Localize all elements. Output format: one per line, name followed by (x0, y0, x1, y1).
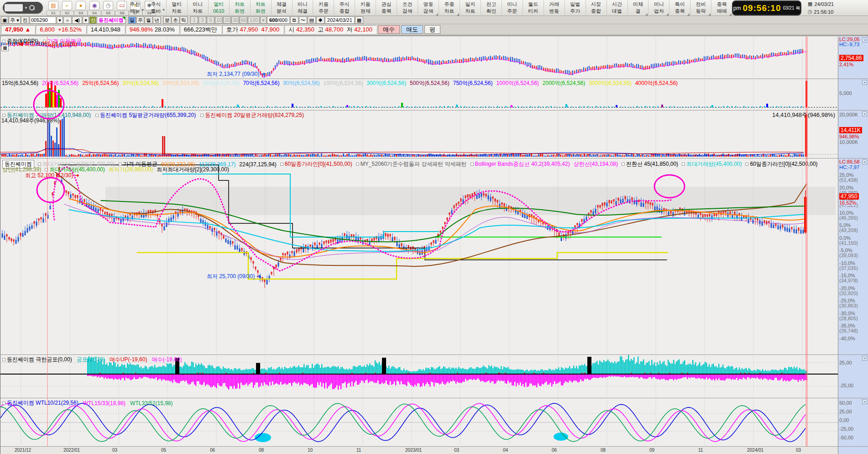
menu-item-주식툴바[interactable]: 주식툴바▼ (145, 0, 166, 16)
menu-item-챠트화면[interactable]: 챠트화면 (229, 0, 250, 16)
legend-text: 상한선(43,194,08) (574, 160, 618, 168)
sell-button[interactable]: 매도 (401, 25, 423, 34)
speaker-dropdown[interactable]: ▾ (83, 16, 89, 24)
main-price-pane[interactable]: 동진쎄미켐최대거래량고점[0](43,400,00)가격 이동평균60(39,2… (0, 158, 838, 355)
menu-item-시간대별[interactable]: 시간대별 (607, 0, 627, 16)
period-select[interactable]: 주 ▾ (9, 16, 21, 24)
subperiod-button-틱[interactable]: 틱 (180, 16, 188, 24)
legend-chip-icon (280, 163, 283, 166)
speaker-icon[interactable]: ◀) (72, 16, 82, 24)
key-icon: ⌐ (62, 1, 72, 10)
pane-close-icon[interactable]: × (862, 37, 867, 42)
menu-item-조건검색[interactable]: 조건검색 (397, 0, 418, 16)
add-candle-icon[interactable]: ⧉ (290, 16, 298, 24)
prev-button[interactable]: 전 (21, 16, 29, 24)
menu-item-체결분석[interactable]: 체결분석 (271, 0, 292, 16)
candle-count: 600 (269, 17, 277, 23)
menu-item-거래변동[interactable]: 거래변동 (544, 0, 565, 16)
code-search-icon[interactable]: ⌕ (63, 16, 72, 24)
screen-search-input[interactable] (5, 4, 23, 11)
chart-date[interactable]: 2024/03/21 (325, 16, 355, 24)
minute-dropdown[interactable]: ▾ (260, 16, 267, 24)
volume-pane[interactable]: 동진쎄미켐 거래량(14,410,948,00)동진쎄미켐 5일평균거래량(65… (0, 111, 838, 158)
minute-button-120[interactable]: 120 (248, 16, 260, 24)
menu-item-주식종합[interactable]: 주식종합 (334, 0, 355, 16)
pane-close-icon[interactable]: × (862, 159, 867, 164)
amount-pane[interactable]: 15억(6,524,56)20억(6,524,56)25억(6,524,56)3… (0, 79, 838, 111)
menu-item-관심종목[interactable]: 관심종목 (376, 0, 397, 16)
stock-code-input[interactable] (30, 16, 56, 24)
window-icon[interactable]: ▣ (1, 16, 8, 24)
subperiod-button-분[interactable]: 분 (163, 16, 171, 24)
chart-settings-icon[interactable]: ✱ (316, 16, 324, 24)
menu-item-특이종목[interactable]: 특이종목 (669, 0, 690, 16)
search-icon[interactable] (29, 5, 35, 11)
menu-item-키움주문[interactable]: 키움주문 (313, 0, 334, 16)
minute-button-5[interactable]: 5 (207, 16, 214, 24)
quick-slot-s5[interactable]: ◷S5 (101, 1, 115, 16)
menu-item-일지차트[interactable]: 일지차트 (460, 0, 481, 16)
save-chart-icon[interactable]: ▤ (308, 16, 316, 24)
screen-search-box[interactable]: ▼ (3, 2, 43, 14)
legend-chip-icon (682, 163, 685, 166)
main-price-box: 47,950 (839, 193, 859, 200)
quick-slot-s1[interactable]: ▤S1 (47, 1, 60, 16)
menu-item-미니주문[interactable]: 미니주문 (502, 0, 523, 16)
menu-item-멀티0610[interactable]: 멀티0610 (208, 0, 229, 16)
menu-item-멀티차트[interactable]: 멀티차트 (166, 0, 187, 16)
kospi-pane[interactable]: 종합(KOSPI)가격 이동평균 ◀ 최고 3,051,65 (10/26) 최… (0, 37, 838, 79)
legend-text: 500억(6,524,56) (410, 79, 450, 87)
minute-button-1[interactable]: 1 (190, 16, 198, 24)
minute-button-3[interactable]: 3 (199, 16, 206, 24)
quick-slot-s3[interactable]: ●S3 (74, 1, 88, 16)
menu-item-미니체결[interactable]: 미니체결 (292, 0, 313, 16)
ask-price: 47,950 (240, 26, 258, 33)
pane-close-icon[interactable]: × (862, 80, 867, 85)
period-button-년[interactable]: 년 (153, 16, 161, 24)
menu-item-영웅검색[interactable]: 영웅검색 (418, 0, 439, 16)
menu-item-잔고확인[interactable]: 잔고확인 (481, 0, 502, 16)
minute-button-10[interactable]: 10 (215, 16, 223, 24)
legend-chip-icon (95, 114, 99, 117)
minute-button-20[interactable]: 20 (223, 16, 231, 24)
avg-button[interactable]: 평 (424, 25, 440, 34)
buy-button[interactable]: 매수 (378, 25, 400, 34)
pane-close-icon[interactable]: × (862, 356, 867, 361)
pane-close-icon[interactable]: × (862, 399, 867, 404)
date-calendar-icon[interactable]: ▦ (355, 16, 363, 24)
menu-item-키움현재[interactable]: 키움현재 (355, 0, 376, 16)
menu-item-종목매매[interactable]: 종목매매 (711, 0, 732, 16)
minute-button-30[interactable]: 30 (231, 16, 239, 24)
time-axis[interactable]: 2021/122022/010305060810112023/010304060… (0, 447, 838, 454)
legend-text: 25억(6,524,56) (82, 79, 119, 87)
time-axis-label: 06 (552, 448, 557, 453)
legend-item: MY_52060기준수렴돌파 강세패턴 약세패턴 (356, 160, 467, 169)
pane-close-icon[interactable]: × (862, 111, 867, 116)
menu-item-시장종합[interactable]: 시장종합 (586, 0, 607, 16)
code-dropdown[interactable]: ▾ (57, 16, 63, 24)
menu-item-전비등락[interactable]: 전비등락 (690, 0, 711, 16)
menu-item-미체결[interactable]: 미체결 (627, 0, 648, 16)
menu-item-챠트화면[interactable]: 챠트화면 (250, 0, 271, 16)
menu-item-주종차트[interactable]: 주종차트 (439, 0, 460, 16)
stock-name[interactable]: 동진쎄미켐 (97, 16, 125, 24)
quick-slot-s4[interactable]: ◉S4 (88, 1, 101, 16)
period-button-월[interactable]: 월 (145, 16, 152, 24)
wtl-indicator-pane[interactable]: 동진쎄미켐 WTL10/21(29,56)WTL15/33(18,98)WTL3… (0, 398, 838, 447)
subperiod-button-초[interactable]: 초 (172, 16, 179, 24)
menu-item-일별주가[interactable]: 일별주가 (565, 0, 586, 16)
legend-chip-icon (2, 401, 5, 405)
quick-slot-s2[interactable]: ⌐S2 (60, 1, 74, 16)
add-line-icon[interactable]: 〜 (299, 16, 307, 24)
period-button-일[interactable]: 일 (128, 16, 136, 24)
legend-text: 전환선 45(41,850,00) (626, 160, 678, 168)
menu-item-추천메뉴[interactable]: 추천메뉴▼ (124, 0, 145, 16)
fear-indicator-pane[interactable]: 동진쎄미켐 극한공포(0,00)공포(12,20)매수UP(-19,60)매수(… (0, 355, 838, 398)
menu-item-미니업차[interactable]: 미니업차 (648, 0, 669, 16)
mini-calendar-icon[interactable]: ▦ (1, 45, 9, 51)
chevron-down-icon[interactable]: ▼ (24, 6, 28, 10)
minute-button-60[interactable]: 60 (240, 16, 247, 24)
menu-item-월드티커[interactable]: 월드티커 (523, 0, 544, 16)
period-button-주[interactable]: 주 (136, 16, 144, 24)
menu-item-미니차트[interactable]: 미니차트 (187, 0, 208, 16)
